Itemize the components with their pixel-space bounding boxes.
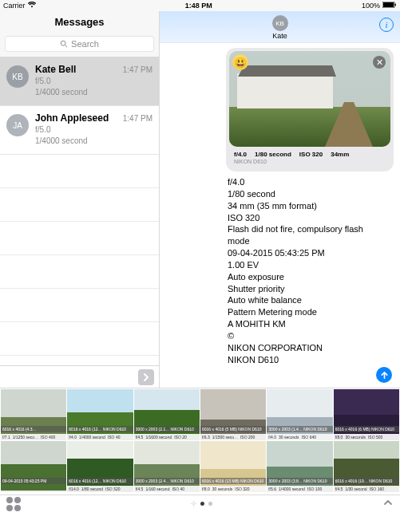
exif-line: 09-04-2015 05:43:25 PM — [228, 247, 392, 259]
page-dot — [200, 502, 204, 506]
conversation-preview: f/5.0 — [35, 76, 152, 86]
avatar: KB — [272, 15, 288, 31]
conversation-name: Kate Bell — [35, 64, 76, 75]
photo-thumbnail[interactable]: 6016 x 4016 (4.3…f/7.11/1250 seco…ISO 40… — [1, 389, 66, 440]
chat-header: KB Kate i — [160, 11, 400, 43]
thumb-dimensions: 6016 x 4016 (12… NIKON D610 — [67, 426, 133, 432]
svg-point-3 — [61, 41, 65, 45]
thumb-meta: f/4.51/160 secondISO 40 — [134, 486, 200, 492]
send-button[interactable] — [376, 367, 392, 383]
apps-button[interactable] — [6, 497, 21, 511]
meta-camera: NIKON D610 — [229, 159, 390, 168]
meta-shutter: 1/80 second — [255, 151, 291, 158]
meta-focal: 34mm — [331, 151, 349, 158]
meta-aperture: f/4.0 — [234, 151, 247, 158]
attached-photo[interactable]: 😃 ✕ — [229, 51, 390, 147]
thumb-dimensions: 3000 x 2003 (2.1… NIKON D610 — [134, 426, 200, 432]
thumb-dimensions: 6016 x 4016 (5 MB) NIKON D610 — [200, 426, 266, 432]
thumb-meta: f/4.51/30 secondISO 160 — [334, 486, 399, 492]
photo-thumbnail[interactable]: 3000 x 2003 (2.1… NIKON D610f/4.51/1600 … — [134, 389, 200, 440]
message-bubble[interactable]: 😃 ✕ f/4.0 1/80 second ISO 320 34mm NIKON… — [226, 48, 394, 171]
exif-text: f/4.01/80 second34 mm (35 mm format)ISO … — [226, 171, 394, 366]
photo-thumbnail[interactable]: 6016 x 4016 (12… NIKON D610f/4.01/4000 s… — [67, 389, 133, 440]
conversation-preview: 1/4000 second — [35, 87, 152, 97]
conversation-john[interactable]: JA John Appleseed 1:47 PM f/5.0 1/4000 s… — [0, 106, 159, 155]
photo-thumbnail[interactable]: 6016 x 4016 (13 MB) NIKON D610f/8.030 se… — [200, 441, 266, 492]
avatar: KB — [6, 65, 29, 88]
exif-line: f/4.0 — [228, 176, 392, 188]
thumb-dimensions: 6016 x 4016 (19… NIKON D610 — [334, 478, 399, 484]
thumb-meta: f/4.51/1600 secondISO 20 — [134, 434, 200, 440]
thumb-meta — [1, 491, 66, 492]
thumb-dimensions: 6016 x 4016 (12… NIKON D610 — [67, 478, 133, 484]
thumb-dimensions: 6016 x 4016 (4.3… — [1, 426, 66, 432]
thumb-meta: f/4.030 secondsISO 640 — [267, 434, 332, 440]
exif-line: Pattern Metering mode — [228, 306, 392, 318]
photo-thumbnail[interactable]: 6016 x 4016 (5 MB) NIKON D610f/6.31/1500… — [200, 389, 266, 440]
thumb-meta: f/8.030 secondsISO 500 — [334, 434, 399, 440]
svg-point-5 — [192, 502, 195, 505]
photo-thumbnail[interactable]: 6016 x 4016 (19… NIKON D610f/4.51/30 sec… — [334, 441, 399, 492]
thumb-meta: f/7.11/1250 seco…ISO 400 — [1, 434, 66, 440]
info-button[interactable]: i — [379, 18, 394, 32]
photo-shelf: 6016 x 4016 (4.3…f/7.11/1250 seco…ISO 40… — [0, 388, 400, 512]
thumb-dimensions: 3000 x 2003 (2.4… NIKON D610 — [134, 478, 200, 484]
photo-thumbnail[interactable]: 09-04-2015 05:43:25 PM — [1, 441, 66, 492]
thumb-meta: f/14.01/80 secondISO 320 — [67, 486, 133, 492]
thumb-dimensions: 3000 x 2003 (1.4… NIKON D610 — [267, 426, 332, 432]
exif-line: Auto exposure — [228, 271, 392, 283]
chat-panel: KB Kate i 😃 ✕ f/4.0 — [160, 11, 400, 388]
photo-thumbnail[interactable]: 3000 x 2003 (1.4… NIKON D610f/4.030 seco… — [267, 389, 332, 440]
svg-line-4 — [65, 45, 68, 48]
conversation-kate[interactable]: KB Kate Bell 1:47 PM f/5.0 1/4000 second — [0, 57, 159, 106]
messages-title: Messages — [0, 11, 159, 33]
thumb-dimensions: 3000 x 2003 (3.8… NIKON D610 — [267, 478, 332, 484]
avatar: JA — [6, 114, 29, 136]
exif-line: Flash did not fire, compulsory flash — [228, 223, 392, 235]
emoji-sticker: 😃 — [232, 54, 248, 70]
arrow-up-icon — [380, 371, 389, 380]
conversation-name: John Appleseed — [35, 112, 109, 124]
thumb-dimensions: 6016 x 4016 (6 MB) NIKON D610 — [334, 426, 399, 432]
chevron-right-icon — [143, 373, 149, 381]
photo-thumbnail[interactable]: 6016 x 4016 (12… NIKON D610f/14.01/80 se… — [67, 441, 133, 492]
expand-shelf-button[interactable] — [382, 497, 394, 511]
exif-line: NIKON D610 — [228, 354, 392, 366]
page-dot — [208, 502, 212, 506]
photo-meta: f/4.0 1/80 second ISO 320 34mm — [229, 147, 390, 159]
thumb-meta: f/8.030 secondsISO 320 — [200, 486, 266, 492]
page-indicator[interactable] — [191, 501, 212, 506]
messages-sidebar: Messages Search KB Kate Bell 1:47 PM f/5… — [0, 11, 160, 388]
expand-button[interactable] — [138, 369, 154, 385]
photo-thumbnail[interactable]: 6016 x 4016 (6 MB) NIKON D610f/8.030 sec… — [334, 389, 399, 440]
photo-thumbnail[interactable]: 3000 x 2003 (2.4… NIKON D610f/4.51/160 s… — [134, 441, 200, 492]
thumb-dimensions: 6016 x 4016 (13 MB) NIKON D610 — [200, 478, 266, 484]
thumb-meta: f/5.61/4000 secondISO 100 — [267, 486, 332, 492]
exif-line: 1/80 second — [228, 188, 392, 200]
photo-thumbnail[interactable]: 3000 x 2003 (3.8… NIKON D610f/5.61/4000 … — [267, 441, 332, 492]
exif-line: A MOHITH KM — [228, 318, 392, 330]
search-input[interactable]: Search — [5, 36, 154, 52]
search-placeholder: Search — [71, 39, 99, 49]
search-icon — [60, 40, 68, 48]
exif-line: ISO 320 — [228, 212, 392, 224]
battery-percent: 100% — [362, 2, 380, 10]
chevron-up-icon — [382, 497, 394, 508]
thumb-meta: f/6.31/1500 seco…ISO 200 — [200, 434, 266, 440]
empty-list — [0, 155, 159, 365]
svg-rect-2 — [395, 4, 396, 6]
recents-icon — [191, 501, 196, 506]
exif-line: Auto white balance — [228, 294, 392, 306]
exif-line: 1.00 EV — [228, 259, 392, 271]
conversation-time: 1:47 PM — [123, 114, 152, 123]
exif-line: 34 mm (35 mm format) — [228, 200, 392, 212]
carrier-label: Carrier — [3, 2, 26, 10]
battery-icon — [382, 2, 397, 10]
exif-line: Shutter priority — [228, 283, 392, 295]
remove-attachment-button[interactable]: ✕ — [373, 56, 386, 69]
exif-line: © — [228, 330, 392, 342]
conversation-preview: f/5.0 — [35, 124, 152, 135]
wifi-icon — [28, 2, 36, 10]
conversation-preview: 1/4000 second — [35, 136, 152, 146]
svg-rect-1 — [383, 2, 394, 7]
